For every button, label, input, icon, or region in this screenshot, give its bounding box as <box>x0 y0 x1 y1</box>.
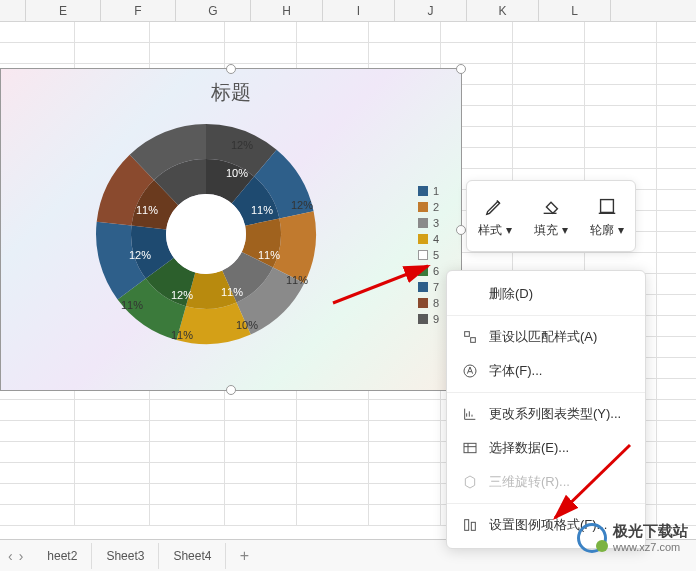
grid-cell[interactable] <box>513 43 585 63</box>
grid-cell[interactable] <box>441 22 513 42</box>
grid-cell[interactable] <box>513 148 585 168</box>
grid-cell[interactable] <box>297 442 369 462</box>
style-button[interactable]: 样式 ▾ <box>478 194 511 239</box>
grid-cell[interactable] <box>369 22 441 42</box>
grid-cell[interactable] <box>297 400 369 420</box>
chart-title[interactable]: 标题 <box>1 69 461 106</box>
grid-cell[interactable] <box>0 442 75 462</box>
legend-item[interactable]: 2 <box>418 201 439 213</box>
grid-cell[interactable] <box>585 85 657 105</box>
menu-font[interactable]: 字体(F)... <box>447 354 645 388</box>
grid-cell[interactable] <box>297 421 369 441</box>
grid-cell[interactable] <box>369 484 441 504</box>
grid-cell[interactable] <box>75 505 150 525</box>
grid-cell[interactable] <box>297 463 369 483</box>
grid-cell[interactable] <box>225 505 297 525</box>
grid-cell[interactable] <box>441 43 513 63</box>
grid-cell[interactable] <box>297 22 369 42</box>
grid-cell[interactable] <box>225 463 297 483</box>
col-header-g[interactable]: G <box>176 0 251 21</box>
menu-delete[interactable]: 删除(D) <box>447 277 645 311</box>
grid-cell[interactable] <box>0 43 75 63</box>
add-sheet-button[interactable]: + <box>234 546 254 566</box>
grid-cell[interactable] <box>150 484 225 504</box>
col-header-f[interactable]: F <box>101 0 176 21</box>
col-header-l[interactable]: L <box>539 0 611 21</box>
grid-cell[interactable] <box>369 43 441 63</box>
grid-cell[interactable] <box>150 400 225 420</box>
grid-cell[interactable] <box>513 85 585 105</box>
resize-handle-bottom[interactable] <box>226 385 236 395</box>
grid-cell[interactable] <box>513 22 585 42</box>
legend-item[interactable]: 6 <box>418 265 439 277</box>
grid-cell[interactable] <box>150 43 225 63</box>
grid-cell[interactable] <box>297 43 369 63</box>
grid-cell[interactable] <box>75 400 150 420</box>
grid-cell[interactable] <box>225 43 297 63</box>
grid-cell[interactable] <box>225 442 297 462</box>
grid-cell[interactable] <box>369 421 441 441</box>
menu-change-chart-type[interactable]: 更改系列图表类型(Y)... <box>447 397 645 431</box>
donut-chart[interactable]: 12% 10% 11% 12% 11% 11% 11% 10% 12% 11% … <box>91 119 321 349</box>
grid-cell[interactable] <box>75 43 150 63</box>
legend-item[interactable]: 4 <box>418 233 439 245</box>
grid-cell[interactable] <box>150 505 225 525</box>
grid-cell[interactable] <box>150 421 225 441</box>
grid-cell[interactable] <box>369 463 441 483</box>
legend-item[interactable]: 8 <box>418 297 439 309</box>
col-header-i[interactable]: I <box>323 0 395 21</box>
legend-item[interactable]: 3 <box>418 217 439 229</box>
col-header-h[interactable]: H <box>251 0 323 21</box>
grid-cell[interactable] <box>369 442 441 462</box>
grid-cell[interactable] <box>0 22 75 42</box>
grid-cell[interactable] <box>75 442 150 462</box>
grid-cell[interactable] <box>75 463 150 483</box>
sheet-tab[interactable]: Sheet4 <box>159 543 226 569</box>
resize-handle-tr[interactable] <box>456 64 466 74</box>
legend-item[interactable]: 9 <box>418 313 439 325</box>
resize-handle-top[interactable] <box>226 64 236 74</box>
chart-legend[interactable]: 123456789 (function(){ const d = JSON.pa… <box>418 185 439 329</box>
grid-cell[interactable] <box>150 22 225 42</box>
grid-cell[interactable] <box>297 505 369 525</box>
grid-cell[interactable] <box>75 22 150 42</box>
fill-button[interactable]: 填充 ▾ <box>534 194 567 239</box>
grid-cell[interactable] <box>585 148 657 168</box>
grid-cell[interactable] <box>150 463 225 483</box>
grid-cell[interactable] <box>225 484 297 504</box>
grid-cell[interactable] <box>585 106 657 126</box>
menu-select-data[interactable]: 选择数据(E)... <box>447 431 645 465</box>
grid-cell[interactable] <box>369 505 441 525</box>
grid-cell[interactable] <box>513 64 585 84</box>
col-header-j[interactable]: J <box>395 0 467 21</box>
legend-item[interactable]: 7 <box>418 281 439 293</box>
col-header-e[interactable]: E <box>26 0 101 21</box>
grid-cell[interactable] <box>0 421 75 441</box>
grid-cell[interactable] <box>225 400 297 420</box>
grid-cell[interactable] <box>513 106 585 126</box>
grid-cell[interactable] <box>0 505 75 525</box>
grid-cell[interactable] <box>585 22 657 42</box>
tab-nav-right-icon[interactable]: › <box>19 548 24 564</box>
sheet-tab[interactable]: heet2 <box>33 543 92 569</box>
tab-nav-left-icon[interactable]: ‹ <box>8 548 13 564</box>
grid-cell[interactable] <box>585 43 657 63</box>
grid-cell[interactable] <box>585 127 657 147</box>
resize-handle-right[interactable] <box>456 225 466 235</box>
grid-cell[interactable] <box>150 442 225 462</box>
grid-cell[interactable] <box>513 127 585 147</box>
grid-cell[interactable] <box>225 22 297 42</box>
grid-cell[interactable] <box>297 484 369 504</box>
grid-cell[interactable] <box>0 463 75 483</box>
outline-button[interactable]: 轮廓 ▾ <box>590 194 623 239</box>
legend-item[interactable]: 1 <box>418 185 439 197</box>
grid-cell[interactable] <box>0 400 75 420</box>
col-header-k[interactable]: K <box>467 0 539 21</box>
legend-item[interactable]: 5 <box>418 249 439 261</box>
grid-cell[interactable] <box>0 484 75 504</box>
grid-cell[interactable] <box>369 400 441 420</box>
grid-cell[interactable] <box>75 421 150 441</box>
menu-reset-style[interactable]: 重设以匹配样式(A) <box>447 320 645 354</box>
grid-cell[interactable] <box>585 64 657 84</box>
sheet-tab[interactable]: Sheet3 <box>92 543 159 569</box>
